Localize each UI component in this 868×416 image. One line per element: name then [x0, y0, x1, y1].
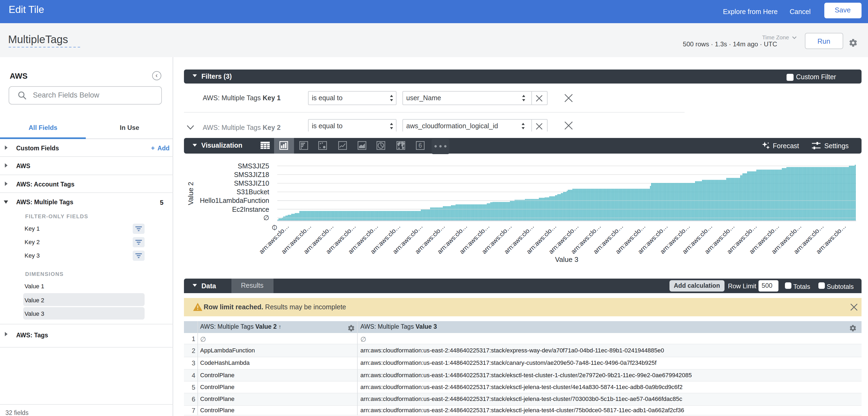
svg-text:SMS3JIZ5: SMS3JIZ5 — [238, 162, 269, 170]
svg-text:Value 3: Value 3 — [555, 255, 578, 264]
svg-text:∅: ∅ — [263, 214, 269, 221]
svg-text:S31Bucket: S31Bucket — [237, 188, 269, 196]
svg-text:Hello1LambdaFunction: Hello1LambdaFunction — [200, 197, 269, 204]
svg-text:SMS3JIZ18: SMS3JIZ18 — [234, 171, 269, 178]
svg-text:6: 6 — [418, 142, 422, 149]
svg-text:SMS3JIZ10: SMS3JIZ10 — [234, 179, 269, 187]
svg-text:Value 2: Value 2 — [187, 182, 195, 205]
svg-text:Ec2Instance: Ec2Instance — [232, 206, 269, 213]
